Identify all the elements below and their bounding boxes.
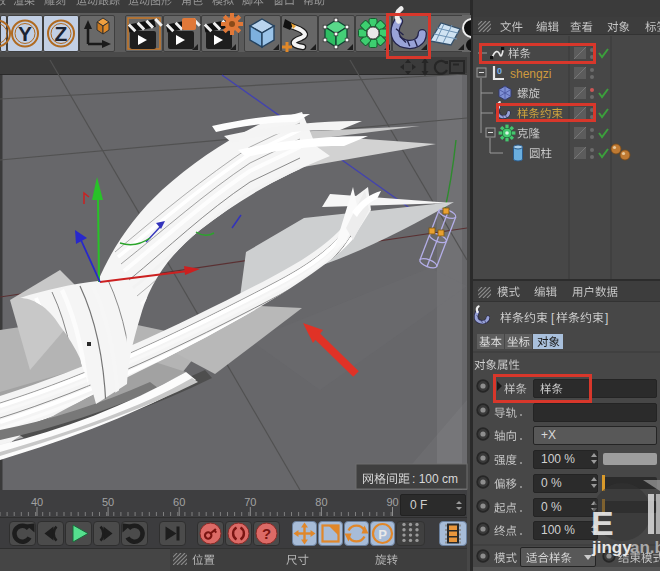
svg-text:90: 90 bbox=[386, 496, 398, 508]
svg-text:: 100 cm: : 100 cm bbox=[412, 472, 458, 486]
svg-text:jingy: jingy bbox=[591, 538, 632, 557]
svg-text:P: P bbox=[378, 527, 387, 542]
svg-text:]: ] bbox=[605, 311, 608, 325]
svg-text:Z: Z bbox=[55, 22, 68, 45]
svg-text:Y: Y bbox=[18, 22, 32, 45]
svg-text:E: E bbox=[591, 504, 614, 542]
svg-text:60: 60 bbox=[173, 496, 185, 508]
svg-text:80: 80 bbox=[315, 496, 327, 508]
svg-text:70: 70 bbox=[244, 496, 256, 508]
svg-text:an.b: an.b bbox=[630, 538, 660, 557]
svg-text:[: [ bbox=[551, 311, 555, 325]
svg-text:0: 0 bbox=[497, 66, 502, 76]
svg-text:50: 50 bbox=[102, 496, 114, 508]
svg-text:?: ? bbox=[262, 525, 271, 542]
svg-text:40: 40 bbox=[31, 496, 43, 508]
